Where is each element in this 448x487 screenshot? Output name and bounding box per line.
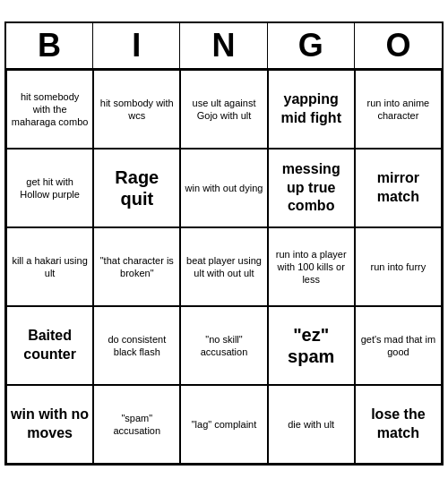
bingo-cell-22: "lag" complaint (180, 385, 267, 464)
bingo-cell-7: win with out dying (180, 149, 267, 227)
bingo-letter-i: I (93, 23, 180, 68)
bingo-cell-16: do consistent black flash (93, 306, 180, 385)
bingo-cell-19: get's mad that im good (355, 306, 442, 385)
bingo-header: BINGO (6, 23, 442, 70)
bingo-cell-2: use ult against Gojo with ult (180, 70, 267, 149)
bingo-cell-11: "that character is broken" (93, 227, 180, 306)
bingo-cell-14: run into furry (355, 227, 442, 306)
bingo-cell-4: run into anime character (355, 70, 442, 149)
bingo-cell-3: yapping mid fight (268, 70, 355, 149)
bingo-cell-10: kill a hakari using ult (6, 227, 93, 306)
bingo-cell-1: hit sombody with wcs (93, 70, 180, 149)
bingo-letter-o: O (355, 23, 442, 68)
bingo-letter-g: G (268, 23, 355, 68)
bingo-cell-12: beat player using ult with out ult (180, 227, 267, 306)
bingo-cell-23: die with ult (268, 385, 355, 464)
bingo-grid: hit somebody with the maharaga combohit … (6, 70, 442, 464)
bingo-cell-17: "no skill" accusation (180, 306, 267, 385)
bingo-cell-21: "spam" accusation (93, 385, 180, 464)
bingo-cell-8: messing up true combo (268, 149, 355, 227)
bingo-cell-18: "ez" spam (268, 306, 355, 385)
bingo-cell-0: hit somebody with the maharaga combo (6, 70, 93, 149)
bingo-cell-5: get hit with Hollow purple (6, 149, 93, 227)
bingo-cell-20: win with no moves (6, 385, 93, 464)
bingo-cell-6: Rage quit (93, 149, 180, 227)
bingo-cell-9: mirror match (355, 149, 442, 227)
bingo-cell-13: run into a player with 100 kills or less (268, 227, 355, 306)
bingo-letter-n: N (180, 23, 267, 68)
bingo-letter-b: B (6, 23, 93, 68)
bingo-card: BINGO hit somebody with the maharaga com… (4, 21, 444, 466)
bingo-cell-15: Baited counter (6, 306, 93, 385)
bingo-cell-24: lose the match (355, 385, 442, 464)
